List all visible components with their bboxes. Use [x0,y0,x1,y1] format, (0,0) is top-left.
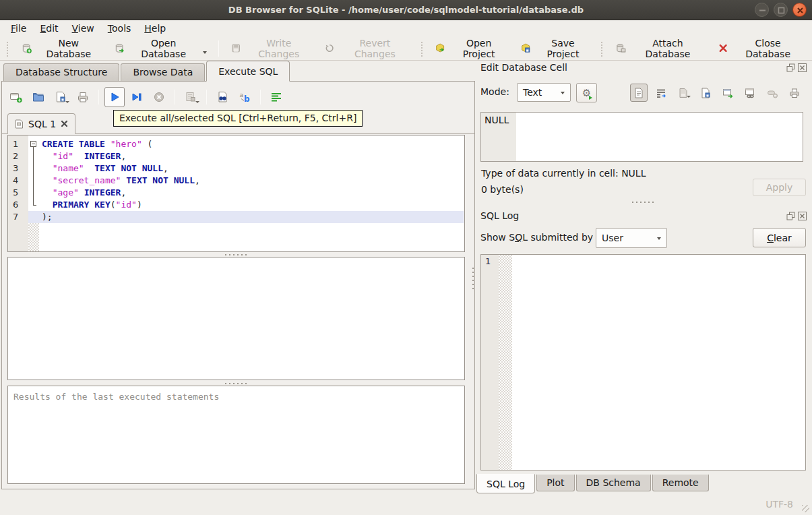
resize-grip[interactable] [802,505,809,512]
titlebar: DB Browser for SQLite - /home/user/code/… [0,0,812,20]
results-splitter[interactable] [7,381,465,386]
dock-splitter[interactable] [475,200,812,204]
execute-line-button[interactable] [127,87,147,107]
stop-execution-button[interactable] [149,87,169,107]
code-line: "id" INTEGER, [39,150,464,162]
menu-help[interactable]: Help [137,22,173,35]
fold-corner [33,205,36,206]
word-wrap-cell-button[interactable] [652,84,670,102]
code-line: PRIMARY KEY("id") [39,199,464,211]
text-mode-button[interactable] [630,84,648,102]
stop-icon [152,90,166,104]
sql-toolbar: a b [6,84,286,110]
float-dock-icon[interactable] [786,212,795,220]
maximize-icon [774,3,788,18]
save-project-button[interactable]: Save Project [514,35,597,62]
menu-tools[interactable]: Tools [101,22,138,35]
statusbar: UTF-8 [0,495,812,515]
open-external-button[interactable] [719,84,737,102]
close-tab-icon[interactable] [61,120,68,127]
write-changes-button[interactable]: Write Changes [224,35,317,62]
maximize-button[interactable] [774,3,788,17]
set-null-button[interactable] [763,84,781,102]
line-number-gutter: 1234567 [8,135,28,251]
tab-db-schema[interactable]: DB Schema [576,475,651,491]
open-file-icon [32,90,45,104]
find-button[interactable] [212,87,232,107]
clear-log-button[interactable]: Clear [753,228,806,247]
mode-label: Mode: [480,86,509,97]
log-line-number: 1 [481,255,499,266]
float-dock-icon[interactable] [786,63,795,72]
sql-log-area[interactable]: 1 [480,254,806,471]
format-sql-button[interactable]: a b [235,87,255,107]
apply-button[interactable]: Apply [753,179,806,196]
new-database-button[interactable]: New Database [15,35,108,62]
copy-link-button[interactable] [741,84,759,102]
tab-remote[interactable]: Remote [652,475,709,491]
log-filter-select[interactable]: User [596,228,667,248]
toolbar-drag-handle[interactable] [601,40,605,57]
line-number: 4 [8,175,28,187]
save-project-icon [520,42,531,54]
code-line: "name" TEXT NOT NULL, [39,162,464,175]
new-sql-tab-button[interactable] [6,87,26,107]
import-dropdown-icon[interactable] [687,96,691,100]
close-icon [793,3,807,18]
code-area[interactable]: CREATE TABLE "hero" ( "id" INTEGER, "nam… [39,138,464,223]
tab-plot[interactable]: Plot [536,475,574,491]
close-database-button[interactable]: Close Database [712,35,809,62]
word-wrap-button[interactable] [266,87,286,107]
panel-splitter[interactable] [472,266,474,289]
open-project-button[interactable]: Open Project [429,35,513,62]
word-wrap-icon [270,90,283,104]
fold-collapse-icon[interactable] [30,141,36,147]
edit-cell-title: Edit Database Cell [480,62,567,73]
open-database-button[interactable]: Open Database [108,35,214,62]
revert-changes-button[interactable]: Revert Changes [318,35,417,62]
minimize-button[interactable] [755,3,769,17]
cell-value-editor[interactable]: NULL [480,112,803,162]
open-sql-file-button[interactable] [28,87,49,107]
close-button[interactable] [792,3,807,17]
open-database-dropdown-icon[interactable] [203,51,207,56]
new-database-icon [21,42,32,54]
main-toolbar: New Database Open Database Write Changes… [0,36,812,61]
menu-view[interactable]: View [65,22,101,35]
tab-database-structure[interactable]: Database Structure [3,63,119,81]
tab-execute-sql[interactable]: Execute SQL [206,61,290,82]
close-dock-icon[interactable] [798,212,807,220]
execute-all-button[interactable] [104,87,125,107]
export-cell-button[interactable] [697,84,714,102]
menu-edit[interactable]: Edit [33,22,65,35]
sql-editor[interactable]: 1234567 CREATE TABLE "hero" ( "id" INTEG… [7,135,465,252]
toolbar-drag-handle[interactable] [7,40,11,57]
toolbar-drag-handle[interactable] [421,40,425,57]
open-external-icon [722,87,734,99]
menubar: File Edit View Tools Help [0,20,812,36]
sql-tab-label: SQL 1 [28,119,56,129]
editor-splitter[interactable] [7,252,465,257]
sql-log-title: SQL Log [480,210,519,221]
close-dock-icon[interactable] [798,63,807,72]
tab-browse-data[interactable]: Browse Data [121,63,205,81]
save-results-dropdown-icon[interactable] [195,101,199,105]
auto-format-button[interactable]: ⚙ [576,83,597,102]
import-cell-button[interactable] [675,84,692,102]
attach-database-button[interactable]: Attach Database [609,35,712,62]
fold-margin[interactable] [28,135,39,251]
save-results-button[interactable] [181,87,201,107]
sql-log-dock-header: SQL Log [480,210,807,225]
write-changes-icon [230,42,241,54]
mode-select[interactable]: Text [517,83,571,102]
print-cell-button[interactable] [786,84,803,102]
tab-sql-log[interactable]: SQL Log [476,474,535,493]
save-sql-file-button[interactable] [51,87,71,107]
log-filter-label: Show SQL submitted by [480,232,593,243]
sql-tab[interactable]: SQL 1 [7,113,75,134]
save-dropdown-icon[interactable] [65,101,69,105]
mode-value: Text [523,87,542,98]
menu-file[interactable]: File [4,22,33,35]
format-sql-icon: a b [238,90,251,104]
print-sql-button[interactable] [73,87,93,107]
